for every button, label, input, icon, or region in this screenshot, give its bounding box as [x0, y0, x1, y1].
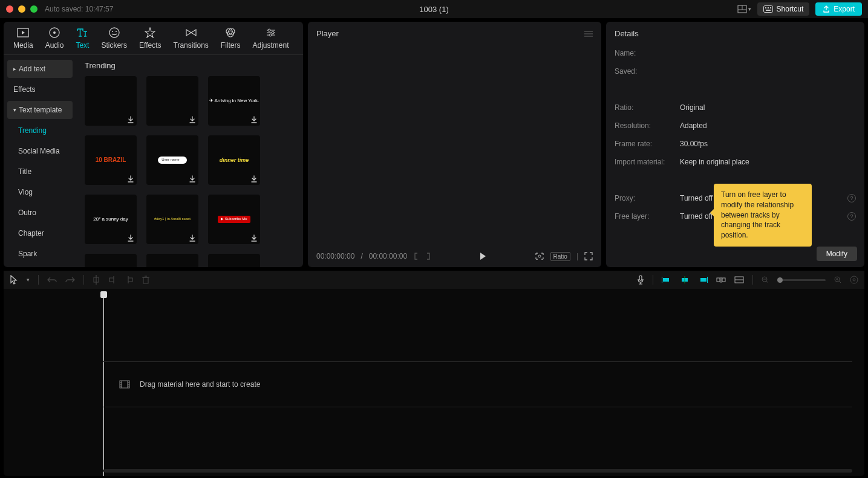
- sidebar-item-label: Vlog: [18, 188, 33, 196]
- project-title: 1003 (1): [419, 5, 448, 14]
- close-window-icon[interactable]: [6, 5, 13, 13]
- snap-right-button[interactable]: [698, 276, 708, 283]
- modify-button[interactable]: Modify: [817, 247, 857, 261]
- template-thumbnail[interactable]: [146, 254, 198, 267]
- tab-text[interactable]: Text: [70, 27, 95, 54]
- free-layer-tooltip: Turn on free layer to modify the relatio…: [714, 184, 812, 247]
- undo-button[interactable]: [47, 276, 57, 284]
- template-thumbnail[interactable]: ▶ Subscribe Me: [208, 195, 260, 244]
- export-button[interactable]: Export: [815, 2, 862, 16]
- sidebar-item-trending[interactable]: Trending: [7, 121, 73, 140]
- cursor-dropdown[interactable]: ▾: [27, 277, 30, 283]
- ratio-separator: |: [576, 252, 578, 260]
- sidebar-item-outro[interactable]: Outro: [7, 204, 73, 222]
- tab-stickers[interactable]: Stickers: [95, 27, 133, 54]
- detail-row-name: Name:: [615, 49, 856, 57]
- download-icon[interactable]: [189, 234, 196, 242]
- sidebar-item-spark[interactable]: Spark: [7, 245, 73, 263]
- split-button[interactable]: [93, 275, 100, 285]
- template-thumbnail[interactable]: User name: [146, 135, 198, 185]
- download-icon[interactable]: [250, 234, 258, 242]
- tab-effects[interactable]: Effects: [133, 27, 167, 54]
- svg-point-19: [269, 34, 272, 36]
- zoom-in-icon[interactable]: [834, 276, 841, 283]
- timeline-toolbar: ▾: [4, 271, 864, 289]
- download-icon[interactable]: [250, 175, 258, 182]
- layout-switcher[interactable]: ▾: [737, 5, 751, 13]
- tab-adjustment[interactable]: Adjustment: [246, 27, 295, 54]
- bracket-right-icon[interactable]: [425, 253, 431, 260]
- zoom-out-icon[interactable]: [762, 276, 769, 283]
- template-thumbnail[interactable]: 28° a sunny day: [85, 195, 137, 244]
- delete-right-button[interactable]: [125, 276, 134, 284]
- drop-zone[interactable]: Drag material here and start to create: [103, 361, 852, 407]
- delete-button[interactable]: [142, 276, 149, 284]
- svg-point-11: [109, 28, 119, 37]
- snap-center-button[interactable]: [680, 276, 690, 283]
- download-icon[interactable]: [127, 175, 134, 182]
- download-icon[interactable]: [127, 234, 134, 242]
- help-icon[interactable]: ?: [847, 194, 856, 202]
- template-thumbnail[interactable]: ✈ Arriving in New York.: [208, 76, 260, 126]
- download-icon[interactable]: [189, 116, 196, 123]
- timeline[interactable]: Drag material here and start to create: [4, 289, 864, 476]
- timeline-scrollbar[interactable]: [103, 469, 852, 473]
- tab-transitions[interactable]: Transitions: [168, 27, 215, 54]
- detail-value: Turned off: [680, 194, 713, 202]
- sidebar-item-label: Chapter: [18, 229, 44, 237]
- download-icon[interactable]: [127, 116, 134, 123]
- preview-toggle[interactable]: [716, 276, 726, 283]
- sidebar-item-label: Social Media: [18, 147, 60, 155]
- player-viewport[interactable]: [308, 45, 601, 245]
- ratio-button[interactable]: Ratio: [550, 252, 570, 261]
- fullscreen-icon[interactable]: [584, 252, 593, 260]
- template-preview-text: ✈ Arriving in New York.: [209, 98, 259, 104]
- svg-point-12: [112, 31, 113, 32]
- zoom-slider[interactable]: [777, 279, 826, 281]
- player-time-total: 00:00:00:00: [369, 252, 407, 260]
- caret-down-icon: ▾: [13, 107, 16, 113]
- template-thumbnail[interactable]: dinner time: [208, 135, 260, 185]
- play-button[interactable]: [478, 252, 487, 260]
- template-thumbnail[interactable]: 10 BRAZIL: [85, 135, 137, 185]
- cursor-tool[interactable]: [10, 275, 18, 285]
- minimize-window-icon[interactable]: [18, 5, 25, 13]
- download-icon[interactable]: [250, 116, 258, 123]
- delete-left-button[interactable]: [108, 276, 117, 284]
- redo-button[interactable]: [65, 276, 75, 284]
- tab-media[interactable]: Media: [7, 27, 39, 54]
- template-thumbnail[interactable]: TIPS FOR TRAVELING: [85, 254, 137, 267]
- detail-value: Original: [680, 103, 705, 112]
- svg-rect-4: [765, 7, 766, 8]
- template-thumbnail[interactable]: #day1 | in Amalfi coast: [146, 195, 198, 244]
- sidebar-item-social-media[interactable]: Social Media: [7, 142, 73, 160]
- player-menu-icon[interactable]: [584, 30, 593, 37]
- detail-row-ratio: Ratio: Original: [615, 103, 856, 112]
- template-thumbnail[interactable]: [85, 76, 137, 126]
- snap-left-button[interactable]: [662, 276, 671, 283]
- help-icon[interactable]: ?: [847, 212, 856, 221]
- shortcut-button[interactable]: Shortcut: [757, 2, 810, 16]
- sidebar-item-effects[interactable]: Effects: [7, 80, 73, 99]
- template-thumbnail[interactable]: Recipe: [208, 254, 260, 267]
- sidebar-item-text-template[interactable]: ▾Text template: [7, 101, 73, 119]
- sidebar-item-vlog[interactable]: Vlog: [7, 183, 73, 201]
- detail-row-saved: Saved:: [615, 67, 856, 76]
- detail-row-framerate: Frame rate: 30.00fps: [615, 140, 856, 148]
- track-settings[interactable]: [734, 276, 744, 283]
- template-thumbnail[interactable]: [146, 76, 198, 126]
- zoom-fit-icon[interactable]: [850, 276, 858, 284]
- maximize-window-icon[interactable]: [30, 5, 38, 13]
- sidebar-item-title[interactable]: Title: [7, 163, 73, 181]
- asset-category-tabs: Media Audio Text Stickers Effects Transi…: [4, 22, 303, 55]
- download-icon[interactable]: [189, 175, 196, 182]
- tab-filters[interactable]: Filters: [215, 27, 247, 54]
- bracket-left-icon[interactable]: [413, 253, 419, 260]
- svg-point-49: [853, 279, 855, 281]
- sidebar-item-chapter[interactable]: Chapter: [7, 224, 73, 242]
- sidebar-item-label: Outro: [18, 208, 36, 217]
- tab-audio[interactable]: Audio: [39, 27, 70, 54]
- frame-icon[interactable]: [535, 252, 544, 260]
- sidebar-item-add-text[interactable]: ▸Add text: [7, 60, 73, 78]
- mic-button[interactable]: [637, 275, 644, 285]
